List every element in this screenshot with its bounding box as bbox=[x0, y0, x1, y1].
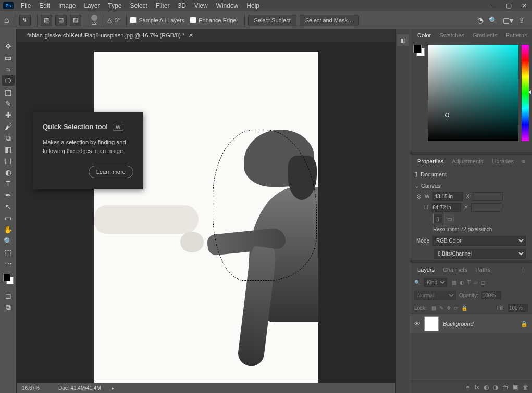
minimize-button[interactable]: — bbox=[485, 2, 501, 9]
menu-select[interactable]: Select bbox=[126, 0, 151, 11]
menu-filter[interactable]: Filter bbox=[152, 0, 174, 11]
menu-image[interactable]: Image bbox=[54, 0, 80, 11]
select-and-mask-button[interactable]: Select and Mask… bbox=[300, 15, 359, 26]
menu-edit[interactable]: Edit bbox=[35, 0, 54, 11]
delete-icon[interactable]: 🗑 bbox=[523, 384, 529, 391]
link-layers-icon[interactable]: ⚭ bbox=[465, 384, 471, 391]
brush-size[interactable]: 12 bbox=[91, 15, 97, 26]
color-field[interactable] bbox=[428, 45, 518, 141]
eraser-tool[interactable]: ◧ bbox=[2, 144, 15, 155]
new-layer-icon[interactable]: ▣ bbox=[513, 384, 518, 391]
tab-adjustments[interactable]: Adjustments bbox=[448, 156, 488, 167]
filter-pixel-icon[interactable]: ▩ bbox=[452, 280, 456, 285]
select-subject-button[interactable]: Select Subject bbox=[248, 15, 296, 26]
search-icon[interactable]: 🔍 bbox=[414, 280, 420, 285]
marquee-tool[interactable]: ▭ bbox=[2, 53, 15, 63]
home-icon[interactable]: ⌂ bbox=[4, 16, 9, 25]
height-field[interactable] bbox=[431, 203, 461, 212]
canvas-section-header[interactable]: Canvas bbox=[410, 181, 532, 191]
tool-preset[interactable]: ↯ bbox=[19, 15, 31, 26]
menu-type[interactable]: Type bbox=[104, 0, 126, 11]
menu-3d[interactable]: 3D bbox=[174, 0, 190, 11]
lock-all-icon[interactable]: 🔒 bbox=[461, 305, 467, 311]
depth-select[interactable]: 8 Bits/Channel bbox=[434, 249, 526, 259]
filter-shape-icon[interactable]: ▱ bbox=[474, 280, 478, 285]
lock-position-icon[interactable]: ✥ bbox=[447, 305, 451, 311]
visibility-icon[interactable]: 👁 bbox=[414, 321, 420, 327]
filter-adjust-icon[interactable]: ◐ bbox=[460, 280, 464, 285]
dock-icon[interactable]: ◧ bbox=[397, 34, 409, 46]
artboard-tool[interactable]: ⬚ bbox=[2, 247, 15, 258]
menu-help[interactable]: Help bbox=[242, 0, 264, 11]
subtract-selection[interactable]: ▨ bbox=[70, 15, 81, 26]
quickmask-icon[interactable]: ◻ bbox=[2, 290, 15, 301]
fg-bg-swatches[interactable] bbox=[3, 274, 14, 284]
mode-select[interactable]: RGB Color bbox=[432, 236, 526, 246]
tab-layers[interactable]: Layers bbox=[413, 264, 439, 275]
close-tab-icon[interactable]: ✕ bbox=[189, 32, 193, 39]
more-tools[interactable]: ⋯ bbox=[2, 259, 15, 269]
menu-window[interactable]: Window bbox=[212, 0, 243, 11]
move-tool[interactable]: ✥ bbox=[2, 41, 15, 52]
gradient-tool[interactable]: ▤ bbox=[2, 156, 15, 166]
shape-tool[interactable]: ▭ bbox=[2, 213, 15, 223]
clone-stamp-tool[interactable]: ⧉ bbox=[2, 133, 15, 143]
lasso-tool[interactable]: ⟉ bbox=[2, 64, 15, 74]
panel-menu-icon[interactable]: ≡ bbox=[518, 156, 529, 167]
search-icon[interactable]: 🔍 bbox=[489, 16, 498, 24]
lock-brush-icon[interactable]: ✎ bbox=[439, 305, 443, 311]
zoom-tool[interactable]: 🔍 bbox=[2, 236, 15, 246]
lock-pixels-icon[interactable]: ▩ bbox=[431, 305, 436, 311]
mask-icon[interactable]: ◐ bbox=[484, 384, 489, 391]
canvas-viewport[interactable] bbox=[17, 42, 395, 393]
tab-color[interactable]: Color bbox=[413, 30, 435, 41]
document-tab[interactable]: fabian-gieske-cbIKeuURaq8-unsplash.jpg @… bbox=[23, 30, 197, 42]
add-selection[interactable]: ▨ bbox=[55, 15, 67, 26]
tab-properties[interactable]: Properties bbox=[413, 156, 448, 167]
close-button[interactable]: ✕ bbox=[516, 2, 532, 9]
fx-icon[interactable]: fx bbox=[475, 384, 479, 391]
panel-fg-bg[interactable] bbox=[413, 45, 425, 56]
layer-name[interactable]: Background bbox=[443, 321, 516, 327]
tab-libraries[interactable]: Libraries bbox=[488, 156, 518, 167]
adjustment-icon[interactable]: ◑ bbox=[493, 384, 498, 391]
type-tool[interactable]: T bbox=[2, 179, 15, 189]
orientation-landscape[interactable]: ▭ bbox=[444, 214, 454, 223]
screenmode-icon[interactable]: ⧉ bbox=[2, 302, 15, 312]
angle-value[interactable]: 0° bbox=[115, 17, 120, 23]
menu-file[interactable]: File bbox=[17, 0, 35, 11]
tab-patterns[interactable]: Patterns bbox=[502, 30, 531, 41]
new-selection[interactable]: ▧ bbox=[41, 15, 52, 26]
orientation-portrait[interactable]: ▯ bbox=[433, 214, 442, 223]
layer-filter[interactable]: Kind bbox=[424, 278, 447, 287]
tab-channels[interactable]: Channels bbox=[439, 264, 471, 275]
canvas[interactable] bbox=[94, 52, 318, 384]
group-icon[interactable]: 🗀 bbox=[502, 384, 509, 391]
learn-more-button[interactable]: Learn more bbox=[89, 166, 133, 178]
zoom-field[interactable] bbox=[22, 385, 48, 391]
link-icon[interactable]: ⛓ bbox=[416, 194, 422, 199]
path-selection-tool[interactable]: ↖ bbox=[2, 201, 15, 212]
pen-tool[interactable]: ✒ bbox=[2, 190, 15, 200]
brush-tool[interactable]: 🖌 bbox=[2, 121, 15, 132]
enhance-edge-checkbox[interactable]: Enhance Edge bbox=[190, 17, 236, 23]
width-field[interactable] bbox=[432, 192, 463, 201]
tab-paths[interactable]: Paths bbox=[472, 264, 494, 275]
filter-type-icon[interactable]: T bbox=[467, 280, 471, 285]
cloud-icon[interactable]: ◔ bbox=[477, 16, 484, 24]
lock-icon[interactable]: 🔒 bbox=[521, 321, 528, 327]
layer-thumbnail[interactable] bbox=[424, 316, 439, 331]
tab-gradients[interactable]: Gradients bbox=[468, 30, 502, 41]
menu-layer[interactable]: Layer bbox=[80, 0, 104, 11]
eyedropper-tool[interactable]: ✎ bbox=[2, 98, 15, 109]
tab-swatches[interactable]: Swatches bbox=[435, 30, 468, 41]
healing-brush-tool[interactable]: ✚ bbox=[2, 110, 15, 120]
sample-all-layers-checkbox[interactable]: Sample All Layers bbox=[130, 17, 184, 23]
status-arrow-icon[interactable]: ▸ bbox=[112, 385, 114, 391]
hue-slider[interactable] bbox=[522, 45, 529, 141]
panel-menu-icon[interactable]: ≡ bbox=[517, 264, 529, 275]
lock-artboard-icon[interactable]: ▱ bbox=[454, 305, 458, 311]
hand-tool[interactable]: ✋ bbox=[2, 224, 15, 235]
maximize-button[interactable]: ▢ bbox=[501, 2, 516, 9]
layer-row[interactable]: 👁 Background 🔒 bbox=[410, 314, 532, 333]
